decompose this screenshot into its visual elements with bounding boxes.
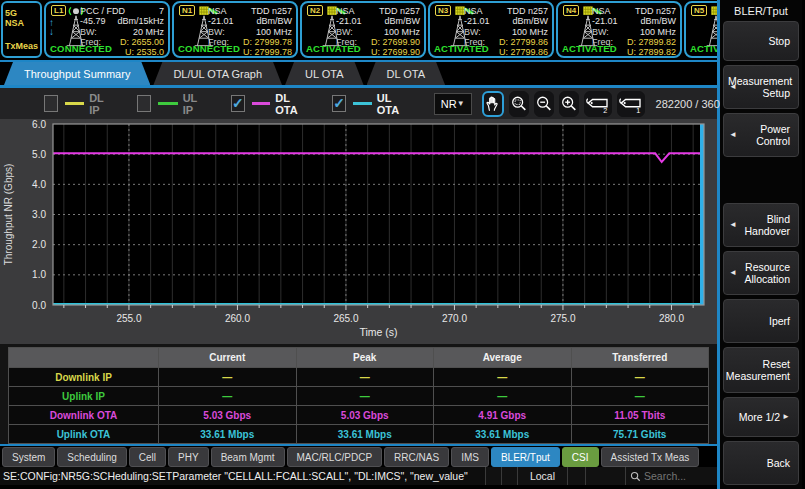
main-column: 5G NSA TxMeas L1 ↑↓ (0, 0, 720, 489)
pan-tool-button[interactable] (482, 91, 504, 117)
svg-text:4.0: 4.0 (32, 179, 46, 190)
tab-rrc-nas[interactable]: RRC/NAS (384, 447, 449, 467)
power-control-button[interactable]: ◄ Power Control (723, 113, 799, 157)
zoom-out-button[interactable] (534, 91, 554, 117)
legend-label: UL IP (183, 92, 205, 116)
table-row: Uplink IP — — — — (9, 387, 709, 406)
blind-handover-button[interactable]: ◄ Blind Handover (723, 203, 799, 247)
throughput-chart[interactable]: 255.0260.0265.0270.0275.0280.00.01.02.03… (0, 119, 717, 344)
cell-value: — (434, 368, 572, 387)
tab-csi[interactable]: CSI (562, 447, 599, 467)
tab-cell[interactable]: Cell (129, 447, 166, 467)
marker-2-icon: 2 (585, 95, 611, 113)
stop-button[interactable]: Stop (723, 21, 799, 61)
svg-text:255.0: 255.0 (116, 313, 141, 324)
svg-text:0.0: 0.0 (32, 300, 46, 311)
cell-status-header: 5G NSA TxMeas L1 ↑↓ (0, 0, 717, 62)
iperf-button[interactable]: Iperf (723, 299, 799, 343)
svg-text:2.0: 2.0 (32, 239, 46, 250)
row-label: Uplink IP (9, 387, 159, 406)
throughput-table: Current Peak Average Transferred Downlin… (8, 347, 709, 444)
cell-panel-n1[interactable]: N1 NSATDD n257 -21.01dBm/BW (172, 1, 298, 58)
svg-text:2: 2 (603, 105, 607, 112)
measurement-setup-button[interactable]: ◄ Measurement Setup (723, 65, 799, 109)
ul-ota-checkbox[interactable]: ✓ (332, 95, 346, 112)
cell-panel-n2[interactable]: N2 NSATDD n257 -21.01dBm/BW (300, 1, 426, 58)
marker-1-button[interactable]: 1 (617, 91, 645, 117)
svg-text:6.0: 6.0 (32, 119, 46, 130)
legend-label: DL OTA (275, 92, 306, 116)
col-header: Current (159, 348, 297, 368)
mode-line2: TxMeas (5, 41, 38, 51)
tab-mac-rlc-pdcp[interactable]: MAC/RLC/PDCP (287, 447, 383, 467)
tab-assisted-tx-meas[interactable]: Assisted Tx Meas (601, 447, 700, 467)
tab-dl-ota[interactable]: DL OTA (367, 62, 446, 85)
dl-ota-color-line (252, 102, 271, 105)
col-header: Average (434, 348, 572, 368)
cell-status-label: CONNECTED (178, 43, 240, 54)
col-header: Peak (296, 348, 434, 368)
tab-throughput-summary[interactable]: Throughput Summary (4, 62, 150, 85)
cell-value: — (296, 368, 434, 387)
cell-panel-l1[interactable]: L1 ↑↓ PCC / FDD7 -45.79dBm/1 (44, 1, 170, 58)
dl-ip-checkbox[interactable] (44, 95, 58, 112)
table-row: Uplink OTA 33.61 Mbps 33.61 Mbps 33.61 M… (9, 425, 709, 444)
cell-panel-n5[interactable]: N5 ACTIVATED (684, 1, 717, 58)
marker-2-button[interactable]: 2 (584, 91, 612, 117)
legend-item-dl-ip: DL IP (44, 92, 111, 116)
tab-system[interactable]: System (2, 447, 55, 467)
zoom-selection-button[interactable] (509, 91, 529, 117)
cell-value: 4.91 Gbps (434, 406, 572, 425)
cell-value: — (434, 387, 572, 406)
tab-ims[interactable]: IMS (451, 447, 489, 467)
ul-ip-checkbox[interactable] (137, 95, 151, 112)
tab-bler-tput[interactable]: BLER/Tput (491, 447, 560, 467)
graph-tabbar: Throughput Summary DL/UL OTA Graph UL OT… (0, 62, 717, 88)
tab-beam-mgmt[interactable]: Beam Mgmt (211, 447, 285, 467)
resource-allocation-button[interactable]: ◄ Resource Allocation (723, 251, 799, 295)
cell-panel-n4[interactable]: N4 NSATDD n257 -21.01dBm/BW (556, 1, 682, 58)
scpi-command-text: SE:CONFig:NR5G:SCHeduling:SETParameter "… (0, 467, 485, 485)
cell-status-label: ACTIVATED (434, 43, 489, 54)
search-input[interactable] (644, 470, 708, 482)
cell-value: 75.71 Gbits (571, 425, 709, 444)
svg-text:280.0: 280.0 (659, 313, 684, 324)
throughput-table-section: Current Peak Average Transferred Downlin… (0, 344, 717, 444)
back-button[interactable]: Back (723, 441, 799, 485)
svg-text:Time (s): Time (s) (359, 326, 397, 338)
chevron-down-icon: ▼ (457, 99, 465, 108)
legend-item-dl-ota: ✓ DL OTA (231, 92, 306, 116)
submenu-left-arrow-icon: ◄ (729, 267, 737, 279)
search-box[interactable] (625, 467, 717, 485)
tab-ul-ota[interactable]: UL OTA (285, 62, 364, 85)
corner-cell (9, 348, 159, 368)
more-right-arrow-icon: ► (782, 411, 790, 423)
dl-ota-checkbox[interactable]: ✓ (231, 95, 245, 112)
cell-status-label: CONNECTED (50, 43, 112, 54)
control-mode-indicator: Local (517, 467, 567, 485)
cell-panel-n3[interactable]: N3 NSATDD n257 -21.01dBm/BW (428, 1, 554, 58)
category-tabbar: System Scheduling Cell PHY Beam Mgmt MAC… (0, 444, 717, 467)
svg-text:270.0: 270.0 (442, 313, 467, 324)
submenu-left-arrow-icon: ◄ (729, 129, 737, 141)
tab-dlul-ota-graph[interactable]: DL/UL OTA Graph (153, 62, 282, 85)
tab-phy[interactable]: PHY (168, 447, 209, 467)
table-row: Downlink IP — — — — (9, 368, 709, 387)
search-icon (630, 471, 641, 482)
tab-scheduling[interactable]: Scheduling (57, 447, 126, 467)
legend-item-ul-ip: UL IP (137, 92, 204, 116)
reset-measurement-button[interactable]: Reset Measurement (723, 347, 799, 393)
svg-text:275.0: 275.0 (550, 313, 575, 324)
table-row: Downlink OTA 5.03 Gbps 5.03 Gbps 4.91 Gb… (9, 406, 709, 425)
more-button[interactable]: More 1/2 ► (723, 397, 799, 437)
cell-value: 33.61 Mbps (159, 425, 297, 444)
uplink-downlink-arrows-icon: ↑↓ (49, 18, 54, 36)
sidebar-spacer (723, 161, 799, 203)
svg-text:3.0: 3.0 (32, 209, 46, 220)
sidebar-title: BLER/Tput (723, 2, 799, 21)
cell-value: 11.05 Tbits (571, 406, 709, 425)
tech-select[interactable]: NR▼ (434, 93, 472, 115)
cell-value: — (296, 387, 434, 406)
softkey-sidebar: BLER/Tput Stop ◄ Measurement Setup ◄ Pow… (720, 0, 802, 489)
zoom-in-button[interactable] (559, 91, 579, 117)
